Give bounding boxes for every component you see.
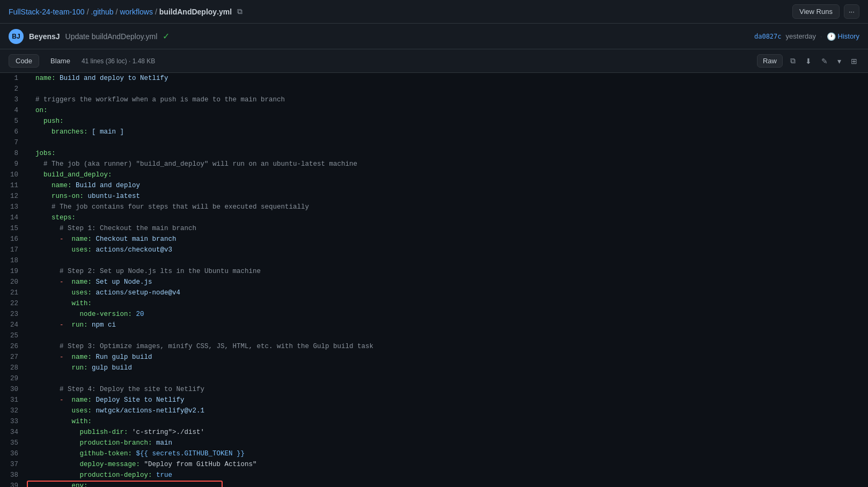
line-number[interactable]: 1 xyxy=(0,73,27,84)
line-content: - name: Run gulp build xyxy=(27,352,868,363)
line-number[interactable]: 32 xyxy=(0,405,27,416)
line-number[interactable]: 8 xyxy=(0,148,27,159)
line-number[interactable]: 9 xyxy=(0,159,27,169)
breadcrumb-repo[interactable]: FullStack-24-team-100 xyxy=(9,8,85,16)
more-options-button[interactable]: ··· xyxy=(844,4,859,19)
table-row: 15 # Step 1: Checkout the main branch xyxy=(0,223,868,234)
breadcrumb-github[interactable]: .github xyxy=(91,8,114,16)
line-number[interactable]: 6 xyxy=(0,127,27,137)
line-content xyxy=(27,255,868,266)
line-content: node-version: 20 xyxy=(27,309,868,320)
line-number[interactable]: 24 xyxy=(0,320,27,330)
breadcrumb-filename: buildAndDeploy xyxy=(159,8,217,16)
top-right-actions: View Runs ··· xyxy=(792,4,859,19)
line-number[interactable]: 27 xyxy=(0,352,27,363)
breadcrumb-sep2: / xyxy=(116,8,118,16)
table-row: 16 - name: Checkout main branch xyxy=(0,234,868,245)
line-content: steps: xyxy=(27,212,868,223)
table-row: 19 # Step 2: Set up Node.js lts in the U… xyxy=(0,266,868,277)
copy-path-icon[interactable]: ⧉ xyxy=(237,7,242,16)
line-number[interactable]: 36 xyxy=(0,448,27,459)
breadcrumb-sep1: / xyxy=(87,8,89,16)
file-toolbar-right: Raw ⧉ ⬇ ✎ ▾ ⊞ xyxy=(757,54,859,68)
line-number[interactable]: 35 xyxy=(0,438,27,448)
line-number[interactable]: 23 xyxy=(0,309,27,320)
line-number[interactable]: 34 xyxy=(0,427,27,438)
more-file-options-button[interactable]: ▾ xyxy=(835,55,843,68)
line-number[interactable]: 4 xyxy=(0,105,27,116)
line-content: github-token: ${{ secrets.GITHUB_TOKEN }… xyxy=(27,448,868,459)
table-row: 10 build_and_deploy: xyxy=(0,169,868,180)
line-number[interactable]: 22 xyxy=(0,298,27,309)
line-content: # triggers the workflow when a push is m… xyxy=(27,94,868,105)
line-number[interactable]: 39 xyxy=(0,481,27,487)
history-button[interactable]: 🕐 History xyxy=(827,32,859,41)
line-content: # The job contains four steps that will … xyxy=(27,202,868,212)
line-number[interactable]: 26 xyxy=(0,341,27,352)
table-row: 13 # The job contains four steps that wi… xyxy=(0,202,868,212)
line-number[interactable]: 38 xyxy=(0,470,27,481)
table-row: 25 xyxy=(0,330,868,341)
line-number[interactable]: 30 xyxy=(0,384,27,395)
line-number[interactable]: 15 xyxy=(0,223,27,234)
download-button[interactable]: ⬇ xyxy=(803,55,814,68)
history-label: History xyxy=(838,32,859,40)
table-row: 4on: xyxy=(0,105,868,116)
table-row: 12 runs-on: ubuntu-latest xyxy=(0,191,868,202)
symbol-button[interactable]: ⊞ xyxy=(849,55,859,68)
table-row: 38 production-deploy: true xyxy=(0,470,868,481)
copy-button[interactable]: ⧉ xyxy=(788,54,798,68)
line-number[interactable]: 10 xyxy=(0,169,27,180)
line-number[interactable]: 11 xyxy=(0,180,27,191)
line-content: - name: Checkout main branch xyxy=(27,234,868,245)
line-content: # The job (aka runner) "build_and_deploy… xyxy=(27,159,868,169)
line-number[interactable]: 5 xyxy=(0,116,27,127)
line-number[interactable]: 37 xyxy=(0,459,27,470)
line-content: runs-on: ubuntu-latest xyxy=(27,191,868,202)
line-number[interactable]: 20 xyxy=(0,277,27,287)
line-number[interactable]: 14 xyxy=(0,212,27,223)
table-row: 7 xyxy=(0,137,868,148)
table-row: 29 xyxy=(0,373,868,384)
line-number[interactable]: 33 xyxy=(0,416,27,427)
commit-hash[interactable]: da0827c xyxy=(754,33,782,40)
file-toolbar-left: Code Blame 41 lines (36 loc) · 1.48 KB xyxy=(9,54,155,68)
line-number[interactable]: 2 xyxy=(0,84,27,94)
line-number[interactable]: 25 xyxy=(0,330,27,341)
code-tab-button[interactable]: Code xyxy=(9,54,39,68)
line-number[interactable]: 13 xyxy=(0,202,27,212)
line-number[interactable]: 18 xyxy=(0,255,27,266)
line-content: - name: Deploy Site to Netlify xyxy=(27,395,868,405)
table-row: 1name: Build and deploy to Netlify xyxy=(0,73,868,84)
table-row: 11 name: Build and deploy xyxy=(0,180,868,191)
line-number[interactable]: 19 xyxy=(0,266,27,277)
table-row: 36 github-token: ${{ secrets.GITHUB_TOKE… xyxy=(0,448,868,459)
breadcrumb-workflows[interactable]: workflows xyxy=(120,8,152,16)
line-number[interactable]: 12 xyxy=(0,191,27,202)
table-row: 26 # Step 3: Optimize images, minify CSS… xyxy=(0,341,868,352)
line-content: build_and_deploy: xyxy=(27,169,868,180)
line-number[interactable]: 16 xyxy=(0,234,27,245)
line-content: production-deploy: true xyxy=(27,470,868,481)
line-content: # Step 3: Optimize images, minify CSS, J… xyxy=(27,341,868,352)
table-row: 2 xyxy=(0,84,868,94)
table-row: 14 steps: xyxy=(0,212,868,223)
commit-author[interactable]: BeyensJ xyxy=(29,32,60,41)
raw-button[interactable]: Raw xyxy=(757,54,783,68)
line-number[interactable]: 28 xyxy=(0,363,27,373)
table-row: 27 - name: Run gulp build xyxy=(0,352,868,363)
code-table: 1name: Build and deploy to Netlify23# tr… xyxy=(0,73,868,487)
code-container: 1name: Build and deploy to Netlify23# tr… xyxy=(0,73,868,487)
line-number[interactable]: 21 xyxy=(0,287,27,298)
edit-button[interactable]: ✎ xyxy=(819,55,830,68)
view-runs-button[interactable]: View Runs xyxy=(792,4,840,19)
line-number[interactable]: 17 xyxy=(0,245,27,255)
line-number[interactable]: 3 xyxy=(0,94,27,105)
line-content: with: xyxy=(27,298,868,309)
line-number[interactable]: 7 xyxy=(0,137,27,148)
line-number[interactable]: 31 xyxy=(0,395,27,405)
line-content xyxy=(27,137,868,148)
line-number[interactable]: 29 xyxy=(0,373,27,384)
blame-tab-button[interactable]: Blame xyxy=(43,54,77,68)
commit-message: Update buildAndDeploy.yml xyxy=(65,32,158,41)
